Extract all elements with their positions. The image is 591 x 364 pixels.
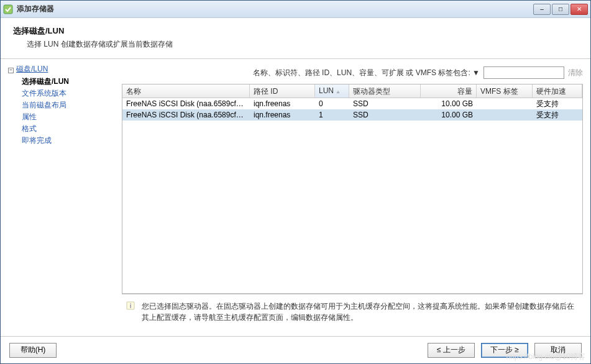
wizard-step-5[interactable]: 即将完成 bbox=[22, 135, 114, 147]
footer: 帮助(H) ≤ 上一步 下一步 ≥ 取消 bbox=[1, 336, 590, 363]
col-header-lun[interactable]: LUN ▵ bbox=[315, 84, 349, 98]
help-button[interactable]: 帮助(H) bbox=[9, 343, 57, 358]
svg-rect-0 bbox=[4, 5, 12, 14]
cell-name: FreeNAS iSCSI Disk (naa.6589cfc00... bbox=[122, 110, 250, 120]
cell-pathid: iqn.freenas bbox=[250, 110, 315, 120]
col-header-capacity[interactable]: 容量 bbox=[421, 84, 477, 98]
cell-lun: 0 bbox=[315, 99, 349, 109]
app-icon bbox=[3, 4, 13, 14]
col-header-drivetype[interactable]: 驱动器类型 bbox=[349, 84, 421, 98]
close-button[interactable]: ✕ bbox=[570, 4, 588, 15]
cell-capacity: 10.00 GB bbox=[421, 99, 477, 109]
cell-hwaccel: 受支持 bbox=[533, 98, 582, 110]
filter-row: 名称、标识符、路径 ID、LUN、容量、可扩展 或 VMFS 标签包含: ▼ 清… bbox=[122, 64, 583, 84]
clear-filter-link[interactable]: 清除 bbox=[568, 68, 583, 78]
wizard-step-4[interactable]: 格式 bbox=[22, 123, 114, 135]
maximize-button[interactable]: □ bbox=[552, 4, 569, 15]
tree-children: 选择磁盘/LUN文件系统版本当前磁盘布局属性格式即将完成 bbox=[8, 76, 114, 147]
cell-name: FreeNAS iSCSI Disk (naa.6589cfc00... bbox=[122, 99, 250, 109]
back-button[interactable]: ≤ 上一步 bbox=[428, 343, 475, 358]
filter-input[interactable] bbox=[483, 66, 564, 79]
page-title: 选择磁盘/LUN bbox=[13, 25, 578, 37]
wizard-header: 选择磁盘/LUN 选择 LUN 创建数据存储或扩展当前数据存储 bbox=[1, 18, 590, 55]
cell-vmfs bbox=[477, 114, 533, 116]
table-body: FreeNAS iSCSI Disk (naa.6589cfc00...iqn.… bbox=[122, 98, 582, 121]
wizard-step-0[interactable]: 选择磁盘/LUN bbox=[22, 76, 114, 88]
svg-text:i: i bbox=[130, 303, 131, 309]
cell-lun: 1 bbox=[315, 110, 349, 120]
tree-root: − 磁盘/LUN bbox=[8, 64, 114, 75]
sort-asc-icon: ▵ bbox=[337, 89, 339, 94]
next-button[interactable]: 下一步 ≥ bbox=[481, 343, 528, 358]
titlebar[interactable]: 添加存储器 – □ ✕ bbox=[1, 1, 590, 18]
dialog-window: 添加存储器 – □ ✕ 选择磁盘/LUN 选择 LUN 创建数据存储或扩展当前数… bbox=[0, 0, 591, 364]
table-row[interactable]: FreeNAS iSCSI Disk (naa.6589cfc00...iqn.… bbox=[122, 109, 582, 121]
cell-vmfs bbox=[477, 103, 533, 104]
wizard-step-1[interactable]: 文件系统版本 bbox=[22, 88, 114, 99]
col-header-pathid[interactable]: 路径 ID bbox=[250, 84, 315, 98]
tree-collapse-icon[interactable]: − bbox=[8, 68, 14, 73]
info-icon: i bbox=[126, 301, 135, 311]
wizard-steps-sidebar: − 磁盘/LUN 选择磁盘/LUN文件系统版本当前磁盘布局属性格式即将完成 bbox=[1, 59, 122, 336]
cancel-button[interactable]: 取消 bbox=[534, 343, 582, 358]
minimize-button[interactable]: – bbox=[533, 4, 551, 15]
tree-root-link[interactable]: 磁盘/LUN bbox=[16, 64, 48, 75]
col-header-vmfs[interactable]: VMFS 标签 bbox=[477, 84, 533, 98]
wizard-step-3[interactable]: 属性 bbox=[22, 111, 114, 123]
window-controls: – □ ✕ bbox=[533, 4, 588, 15]
cell-drivetype: SSD bbox=[349, 110, 421, 120]
col-lun-label: LUN bbox=[319, 86, 334, 95]
page-description: 选择 LUN 创建数据存储或扩展当前数据存储 bbox=[13, 39, 578, 50]
cell-hwaccel: 受支持 bbox=[533, 109, 582, 121]
col-header-name[interactable]: 名称 bbox=[122, 84, 250, 98]
content-area: − 磁盘/LUN 选择磁盘/LUN文件系统版本当前磁盘布局属性格式即将完成 名称… bbox=[1, 59, 590, 336]
main-panel: 名称、标识符、路径 ID、LUN、容量、可扩展 或 VMFS 标签包含: ▼ 清… bbox=[122, 59, 590, 336]
cell-pathid: iqn.freenas bbox=[250, 99, 315, 109]
wizard-step-2[interactable]: 当前磁盘布局 bbox=[22, 99, 114, 111]
col-header-hwaccel[interactable]: 硬件加速 bbox=[533, 84, 582, 98]
cell-drivetype: SSD bbox=[349, 99, 421, 109]
disk-table: 名称 路径 ID LUN ▵ 驱动器类型 容量 VMFS 标签 硬件加速 Fre… bbox=[122, 84, 583, 294]
table-header: 名称 路径 ID LUN ▵ 驱动器类型 容量 VMFS 标签 硬件加速 bbox=[122, 84, 582, 98]
filter-label: 名称、标识符、路径 ID、LUN、容量、可扩展 或 VMFS 标签包含: ▼ bbox=[253, 68, 480, 78]
window-title: 添加存储器 bbox=[17, 4, 533, 14]
table-row[interactable]: FreeNAS iSCSI Disk (naa.6589cfc00...iqn.… bbox=[122, 98, 582, 109]
hint-text: 您已选择固态驱动器。在固态驱动器上创建的数据存储可用于为主机缓存分配空间，这将提… bbox=[142, 301, 579, 327]
cell-capacity: 10.00 GB bbox=[421, 110, 477, 120]
hint-panel: i 您已选择固态驱动器。在固态驱动器上创建的数据存储可用于为主机缓存分配空间，这… bbox=[122, 294, 583, 331]
